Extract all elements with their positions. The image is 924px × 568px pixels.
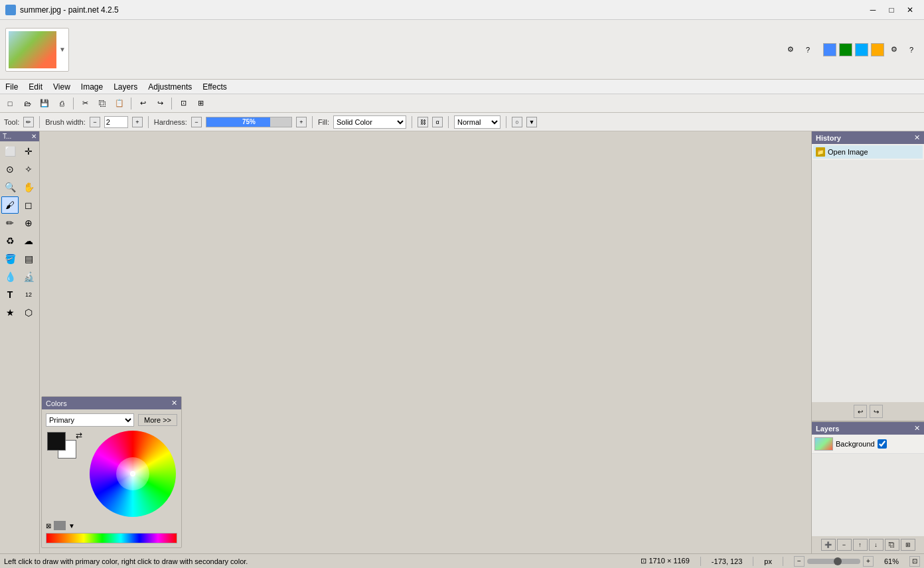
toolbox-close[interactable]: ✕	[31, 133, 37, 140]
color-wheel[interactable]	[90, 431, 176, 517]
tool-pan[interactable]: ✋	[20, 178, 37, 196]
crop-button[interactable]: ⊡	[176, 96, 191, 111]
print-button[interactable]: ⎙	[54, 96, 69, 111]
link-btn[interactable]: ⛓	[418, 117, 428, 127]
menu-layers[interactable]: Layers	[108, 80, 143, 94]
brush-width-input[interactable]	[104, 116, 128, 128]
help-button[interactable]: ?	[801, 42, 815, 57]
reset-colors-icon[interactable]: ⊠	[46, 522, 51, 530]
maximize-button[interactable]: □	[883, 3, 900, 17]
zoom-out-btn[interactable]: −	[794, 556, 805, 567]
history-close[interactable]: ✕	[914, 133, 920, 142]
settings-button[interactable]: ⚙	[783, 42, 798, 57]
close-button[interactable]: ✕	[901, 3, 919, 17]
redo-button[interactable]: ↪	[153, 96, 167, 111]
color-btn-1[interactable]	[823, 43, 836, 56]
tool-shape[interactable]: ★	[1, 304, 19, 321]
menu-image[interactable]: Image	[76, 80, 108, 94]
tool-number[interactable]: 12	[20, 286, 37, 303]
status-sep-3	[783, 557, 783, 566]
image-dimensions: ⊡ 1710 × 1169	[641, 557, 690, 565]
paste-button[interactable]: 📋	[112, 96, 127, 111]
tool-smudge[interactable]: ☁	[20, 232, 37, 249]
layer-down-btn[interactable]: ↓	[869, 539, 884, 551]
tool-zoom[interactable]: 🔍	[1, 178, 19, 196]
tool-label: Tool:	[4, 118, 19, 126]
tool-eraser[interactable]: ◻	[20, 196, 37, 214]
tool-clone-stamp[interactable]: ⊕	[20, 214, 37, 232]
tab-summer[interactable]: ▼	[5, 28, 69, 72]
layer-background[interactable]: Background	[812, 435, 924, 454]
hardness-slider[interactable]: 75%	[206, 117, 292, 127]
tool-color-picker[interactable]: 💧	[1, 268, 19, 285]
fill-select[interactable]: Solid Color No Blend Overwrite	[333, 115, 406, 129]
menu-adjustments[interactable]: Adjustments	[143, 80, 197, 94]
layer-duplicate-btn[interactable]: ⿻	[885, 539, 899, 551]
hardness-plus[interactable]: +	[296, 117, 307, 127]
tool-pencil[interactable]: ✏	[1, 214, 19, 232]
copy-button[interactable]: ⿻	[95, 96, 110, 111]
open-button[interactable]: 🗁	[20, 96, 35, 111]
menu-view[interactable]: View	[48, 80, 76, 94]
tool-rectangle-select[interactable]: ⬜	[1, 143, 19, 160]
tool-paintbrush[interactable]: 🖌	[1, 196, 19, 214]
menu-edit[interactable]: Edit	[23, 80, 48, 94]
tool-fill[interactable]: 🪣	[1, 250, 19, 267]
cut-button[interactable]: ✂	[78, 96, 92, 111]
color-wheel-cursor[interactable]	[130, 471, 135, 476]
primary-color-swatch[interactable]	[47, 432, 66, 451]
color-bar[interactable]	[46, 533, 177, 543]
new-button[interactable]: □	[3, 96, 17, 111]
menu-effects[interactable]: Effects	[197, 80, 232, 94]
brush-width-plus[interactable]: +	[132, 117, 143, 127]
color-btn-3[interactable]	[855, 43, 868, 56]
color-palette-icon[interactable]	[54, 521, 66, 530]
colors-close[interactable]: ✕	[171, 399, 177, 407]
color-btn-4[interactable]	[871, 43, 884, 56]
alpha-btn[interactable]: α	[432, 117, 443, 127]
undo-button[interactable]: ↩	[135, 96, 150, 111]
history-undo-btn[interactable]: ↩	[854, 405, 867, 418]
tool-magic-wand[interactable]: ✧	[20, 161, 37, 178]
top-help-btn[interactable]: ?	[904, 42, 919, 57]
brush-width-minus[interactable]: −	[90, 117, 100, 127]
tab-arrow-icon[interactable]: ▼	[59, 46, 66, 53]
tool-color-picker2[interactable]: 🔬	[20, 268, 37, 285]
layers-close[interactable]: ✕	[914, 424, 920, 433]
layer-add-btn[interactable]: ➕	[821, 539, 836, 551]
zoom-slider-thumb[interactable]	[834, 557, 842, 565]
swap-colors-icon[interactable]: ⇄	[76, 431, 82, 440]
zoom-in-btn[interactable]: +	[863, 556, 874, 567]
top-settings-btn[interactable]: ⚙	[887, 42, 901, 57]
history-bottom: ↩ ↪	[812, 402, 924, 421]
tool-text[interactable]: T	[1, 286, 19, 303]
blend-dropdown[interactable]: ▼	[526, 117, 537, 127]
opacity-btn[interactable]: ○	[512, 117, 522, 127]
blend-select[interactable]: Normal Multiply Screen	[454, 115, 501, 129]
fit-zoom-btn[interactable]: ⊡	[909, 556, 920, 567]
tool-move[interactable]: ✛	[20, 143, 37, 160]
minimize-button[interactable]: ─	[864, 3, 882, 17]
options-bar: Tool: ✏ Brush width: − + Hardness: − 75%…	[0, 113, 924, 131]
color-wheel-container[interactable]	[90, 431, 176, 517]
layer-up-btn[interactable]: ↑	[853, 539, 868, 551]
palette-dropdown-icon[interactable]: ▼	[68, 522, 75, 530]
tool-select-btn[interactable]: ✏	[23, 117, 34, 127]
history-redo-btn[interactable]: ↪	[870, 405, 883, 418]
save-button[interactable]: 💾	[37, 96, 52, 111]
history-item-open[interactable]: 📁 Open Image	[813, 145, 923, 159]
hardness-minus[interactable]: −	[191, 117, 202, 127]
resize-button[interactable]: ⊞	[193, 96, 208, 111]
zoom-slider[interactable]	[807, 559, 860, 564]
tool-extra[interactable]: ⬡	[20, 304, 37, 321]
layer-visibility[interactable]	[878, 439, 887, 449]
tool-lasso[interactable]: ⊙	[1, 161, 19, 178]
layer-delete-btn[interactable]: −	[837, 539, 852, 551]
menu-file[interactable]: File	[0, 80, 23, 94]
tool-recolor[interactable]: ♻	[1, 232, 19, 249]
layer-merge-btn[interactable]: ⊞	[901, 539, 915, 551]
tool-gradient[interactable]: ▤	[20, 250, 37, 267]
colors-more-button[interactable]: More >>	[138, 414, 177, 426]
color-btn-2[interactable]	[839, 43, 852, 56]
colors-type-select[interactable]: Primary Secondary	[46, 413, 134, 427]
